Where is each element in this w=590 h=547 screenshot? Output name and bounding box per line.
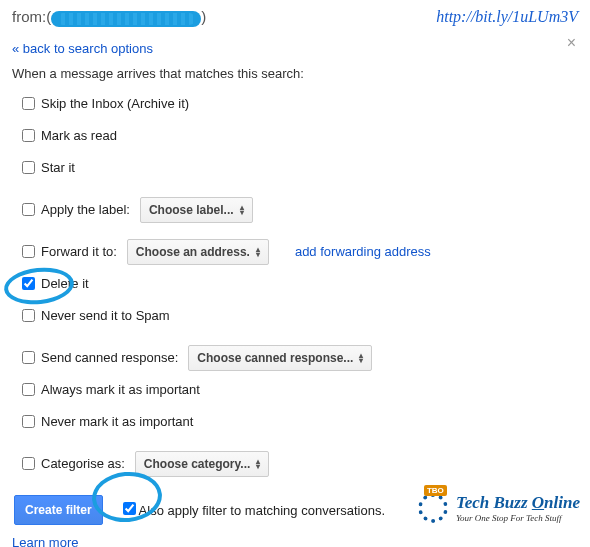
close-icon[interactable]: × — [567, 34, 576, 52]
learn-more-link[interactable]: Learn more — [12, 535, 78, 547]
star-it-label: Star it — [41, 160, 75, 175]
redacted-email — [51, 11, 201, 27]
forward-checkbox[interactable] — [22, 245, 35, 258]
apply-label-label: Apply the label: — [41, 202, 130, 217]
never-spam-label: Never send it to Spam — [41, 308, 170, 323]
brand-badge: TBO — [424, 485, 447, 496]
updown-icon: ▴▾ — [240, 205, 244, 215]
never-important-checkbox[interactable] — [22, 415, 35, 428]
brand-logo-icon: TBO — [416, 491, 450, 525]
categorise-checkbox[interactable] — [22, 457, 35, 470]
label-dropdown[interactable]: Choose label... ▴▾ — [140, 197, 253, 223]
brand-subtitle: Your One Stop For Tech Stuff — [456, 513, 580, 523]
source-url: http://bit.ly/1uLUm3V — [436, 8, 578, 26]
back-to-search-link[interactable]: « back to search options — [12, 41, 153, 56]
label-dropdown-text: Choose label... — [149, 203, 234, 217]
category-dropdown[interactable]: Choose category... ▴▾ — [135, 451, 269, 477]
delete-it-checkbox[interactable] — [22, 277, 35, 290]
mark-read-label: Mark as read — [41, 128, 117, 143]
star-it-checkbox[interactable] — [22, 161, 35, 174]
never-important-label: Never mark it as important — [41, 414, 193, 429]
categorise-label: Categorise as: — [41, 456, 125, 471]
updown-icon: ▴▾ — [359, 353, 363, 363]
canned-dropdown[interactable]: Choose canned response... ▴▾ — [188, 345, 372, 371]
also-apply-checkbox[interactable] — [123, 502, 136, 515]
create-filter-button[interactable]: Create filter — [14, 495, 103, 525]
brand-title: Tech Buzz Online — [456, 493, 580, 513]
intro-text: When a message arrives that matches this… — [12, 66, 578, 81]
category-dropdown-text: Choose category... — [144, 457, 250, 471]
delete-it-label: Delete it — [41, 276, 89, 291]
from-label: from:( — [12, 8, 51, 25]
skip-inbox-label: Skip the Inbox (Archive it) — [41, 96, 189, 111]
never-spam-checkbox[interactable] — [22, 309, 35, 322]
add-forwarding-link[interactable]: add forwarding address — [295, 244, 431, 259]
address-dropdown[interactable]: Choose an address. ▴▾ — [127, 239, 269, 265]
from-close: ) — [201, 8, 206, 25]
apply-label-checkbox[interactable] — [22, 203, 35, 216]
canned-dropdown-text: Choose canned response... — [197, 351, 353, 365]
updown-icon: ▴▾ — [256, 247, 260, 257]
brand-watermark: TBO Tech Buzz Online Your One Stop For T… — [416, 491, 580, 525]
always-important-checkbox[interactable] — [22, 383, 35, 396]
updown-icon: ▴▾ — [256, 459, 260, 469]
canned-checkbox[interactable] — [22, 351, 35, 364]
address-dropdown-text: Choose an address. — [136, 245, 250, 259]
also-apply-label: Also apply filter to matching conversati… — [139, 503, 385, 518]
mark-read-checkbox[interactable] — [22, 129, 35, 142]
forward-label: Forward it to: — [41, 244, 117, 259]
skip-inbox-checkbox[interactable] — [22, 97, 35, 110]
canned-label: Send canned response: — [41, 350, 178, 365]
always-important-label: Always mark it as important — [41, 382, 200, 397]
